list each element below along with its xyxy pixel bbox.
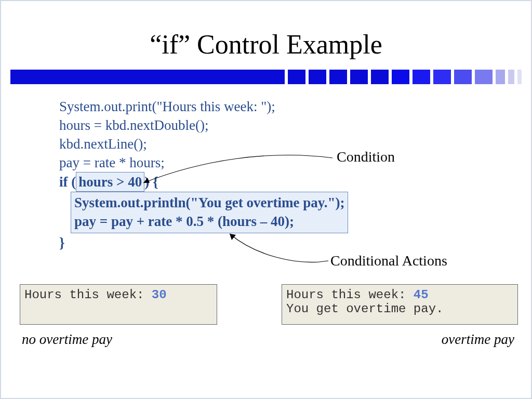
stripe-box bbox=[371, 70, 389, 84]
code-body-line: pay = pay + rate * 0.5 * (hours – 40); bbox=[74, 212, 344, 231]
output-value: 30 bbox=[152, 288, 167, 302]
stripe-box bbox=[433, 70, 451, 84]
caption-right: overtime pay bbox=[442, 331, 514, 348]
caption-left: no overtime pay bbox=[22, 331, 112, 348]
decorative-stripe bbox=[10, 70, 522, 84]
stripe-box bbox=[475, 70, 493, 84]
code-line: kbd.nextLine(); bbox=[59, 135, 348, 153]
code-block: System.out.print("Hours this week: "); h… bbox=[59, 97, 348, 252]
stripe-box bbox=[392, 70, 409, 84]
output-prompt: Hours this week: bbox=[24, 288, 152, 302]
output-value: 45 bbox=[414, 288, 429, 302]
label-condition: Condition bbox=[337, 149, 395, 165]
condition-highlight: hours > 40 bbox=[76, 172, 144, 192]
code-line: hours = kbd.nextDouble(); bbox=[59, 116, 348, 135]
output-box-right: Hours this week: 45 You get overtime pay… bbox=[282, 284, 518, 325]
stripe-box bbox=[329, 70, 347, 84]
if-brace: ) { bbox=[144, 174, 158, 190]
code-line-if: if (hours > 40) { bbox=[59, 172, 348, 192]
slide-container: “if” Control Example System.out.print("H… bbox=[0, 0, 532, 399]
stripe-box bbox=[517, 70, 522, 84]
code-line: System.out.print("Hours this week: "); bbox=[59, 97, 348, 116]
code-line: pay = rate * hours; bbox=[59, 153, 348, 172]
output-line2: You get overtime pay. bbox=[286, 302, 443, 316]
output-prompt: Hours this week: bbox=[286, 288, 414, 302]
stripe-long bbox=[10, 70, 285, 84]
code-close-brace: } bbox=[59, 233, 348, 252]
code-body-line: System.out.println("You get overtime pay… bbox=[74, 193, 344, 212]
slide-title: “if” Control Example bbox=[1, 29, 531, 60]
body-highlight: System.out.println("You get overtime pay… bbox=[71, 192, 348, 233]
stripe-box bbox=[309, 70, 326, 84]
stripe-box bbox=[454, 70, 472, 84]
output-box-left: Hours this week: 30 bbox=[20, 284, 217, 325]
if-keyword: if ( bbox=[59, 174, 76, 190]
label-conditional-actions: Conditional Actions bbox=[330, 252, 447, 269]
code-body: System.out.println("You get overtime pay… bbox=[59, 192, 348, 233]
stripe-box bbox=[508, 70, 514, 84]
stripe-box bbox=[288, 70, 305, 84]
stripe-box bbox=[496, 70, 505, 84]
stripe-box bbox=[350, 70, 368, 84]
stripe-box bbox=[413, 70, 430, 84]
